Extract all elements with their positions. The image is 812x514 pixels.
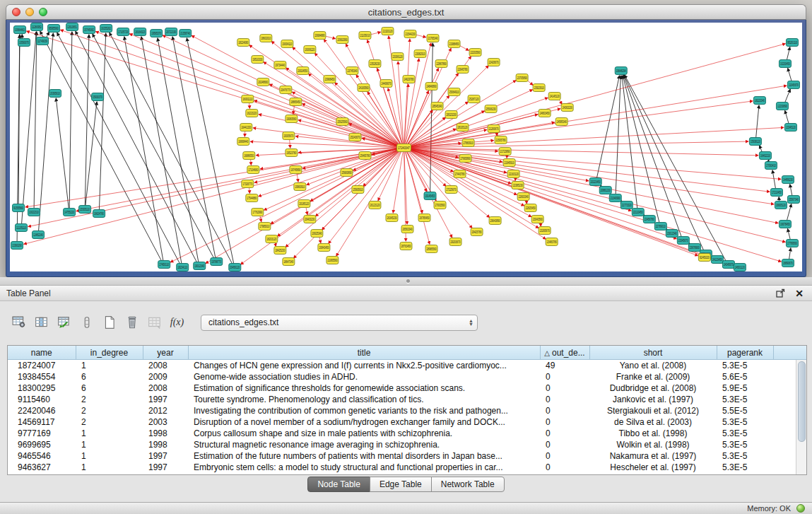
graph-node[interactable]: 19523780 (286, 149, 298, 157)
table-row[interactable]: 946554611997Estimation of the future num… (8, 450, 806, 462)
table-row[interactable]: 1456911722003Disruption of a novel membe… (8, 416, 806, 428)
graph-node[interactable]: 16678450 (779, 221, 791, 228)
graph-node[interactable]: 26563340 (401, 226, 413, 233)
graph-node[interactable]: 20625340 (311, 230, 323, 238)
graph-node[interactable]: 18890670 (782, 259, 794, 267)
table-vertical-scrollbar[interactable] (796, 360, 806, 474)
table-row[interactable]: 2242004622012Investigating the contribut… (8, 405, 806, 416)
panel-splitter[interactable] (0, 277, 812, 285)
graph-node[interactable]: 29425780 (471, 228, 483, 236)
graph-node[interactable]: 17105729 (117, 28, 129, 36)
graph-node[interactable]: 16223220 (246, 110, 258, 117)
graph-node[interactable]: 18234110 (177, 264, 189, 271)
graph-node[interactable]: 18602010 (260, 35, 272, 42)
graph-node[interactable]: 28545340 (431, 103, 443, 110)
graph-node[interactable]: 14755220 (64, 209, 76, 216)
tab-edge-table[interactable]: Edge Table (370, 477, 432, 492)
table-row[interactable]: 1830029562008Estimation of significance … (8, 382, 806, 394)
table-row[interactable]: 1872400712008Changes of HCN gene express… (8, 360, 806, 372)
graph-node[interactable]: 11749039 (37, 37, 49, 45)
graph-node[interactable]: 21065560 (326, 257, 339, 264)
graph-node[interactable]: 29643890 (489, 217, 501, 225)
graph-node[interactable]: 18164323 (134, 28, 146, 36)
graph-node[interactable]: 19734440 (274, 62, 286, 69)
graph-hub-node[interactable]: 17240347 (396, 144, 411, 152)
graph-node[interactable]: 28763450 (400, 243, 412, 250)
graph-node[interactable]: 20843450 (318, 244, 330, 252)
graph-node[interactable]: 20223450 (589, 178, 601, 186)
graph-node[interactable]: 22825450 (524, 204, 536, 212)
graph-node[interactable]: 21283670 (488, 125, 500, 133)
graph-node[interactable]: 28985560 (425, 245, 437, 253)
table-mode-icon[interactable] (10, 314, 28, 331)
graph-node[interactable]: 17450110 (158, 261, 170, 269)
graph-node[interactable]: 9520110 (786, 39, 798, 47)
graph-node[interactable]: 18223340 (753, 97, 765, 105)
graph-node[interactable]: 20248660 (257, 78, 269, 86)
graph-node[interactable]: 25287120 (468, 95, 480, 103)
graph-node[interactable]: 16001110 (242, 95, 254, 103)
graph-node[interactable]: 20684880 (314, 32, 326, 40)
graph-node[interactable]: 22789010 (654, 223, 666, 230)
edit-column-icon[interactable] (55, 314, 73, 331)
graph-node[interactable]: 21723890 (499, 148, 511, 156)
graph-node[interactable]: 21505780 (495, 136, 507, 144)
graph-node[interactable]: 9155560 (13, 204, 25, 212)
scrollbar-thumb[interactable] (798, 361, 806, 442)
graph-node[interactable]: 24123450 (711, 256, 723, 264)
rows-icon[interactable] (78, 314, 95, 331)
graph-node[interactable]: 15567340 (787, 196, 799, 204)
close-window-button[interactable] (12, 8, 20, 16)
graph-node[interactable]: 21773320 (620, 201, 632, 209)
column-header-in-degree[interactable]: in_degree (76, 346, 143, 360)
graph-node[interactable]: 24363230 (561, 104, 573, 112)
graph-node[interactable]: 24145120 (548, 93, 560, 100)
graph-node[interactable]: 24345670 (722, 261, 734, 269)
graph-node[interactable]: 15505110 (79, 206, 91, 214)
column-header-pagerank[interactable]: pagerank (717, 346, 773, 360)
graph-node[interactable]: 17326770 (242, 180, 254, 188)
graph-node[interactable]: 20902990 (336, 36, 348, 44)
table-row[interactable]: 946362711997Embryonic stem cells: a mode… (8, 462, 806, 473)
graph-node[interactable]: 27883910 (462, 139, 474, 147)
graph-node[interactable]: 24501120 (734, 264, 746, 271)
graph-node[interactable]: 23483780 (546, 238, 558, 246)
graph-node[interactable]: 22110450 (632, 209, 644, 216)
graph-node[interactable]: 18203120 (266, 235, 278, 243)
graph-node[interactable]: 10590070 (18, 39, 30, 47)
graph-node[interactable]: 21988450 (448, 40, 460, 48)
graph-node[interactable]: 26345230 (386, 214, 398, 222)
graph-node[interactable]: 11045670 (787, 81, 799, 89)
graph-node[interactable]: 24585340 (555, 118, 567, 126)
graph-node[interactable]: 14456230 (782, 176, 794, 184)
minimize-window-button[interactable] (25, 8, 34, 16)
graph-node[interactable]: 21340990 (609, 194, 621, 202)
function-builder-icon[interactable]: f(x) (168, 314, 186, 331)
graph-node[interactable]: 24629780 (403, 76, 415, 83)
graph-node[interactable]: 25683890 (341, 169, 353, 177)
graph-node[interactable]: 24406670 (380, 80, 392, 88)
graph-node[interactable]: 22456780 (643, 216, 655, 223)
graph-node[interactable]: 10964463 (14, 26, 26, 34)
graph-node[interactable]: 20024550 (297, 67, 309, 75)
graph-node[interactable]: 23923910 (533, 84, 545, 92)
graph-node[interactable]: 29203670 (449, 238, 461, 246)
graph-node[interactable]: 17762990 (252, 209, 264, 216)
graph-node[interactable]: 17544880 (246, 194, 258, 202)
table-row[interactable]: 969969511998Structural magnetic resonanc… (8, 439, 806, 450)
graph-node[interactable]: 18425230 (274, 247, 286, 255)
graph-node[interactable]: 22603340 (517, 193, 529, 201)
graph-node[interactable]: 10022310 (28, 209, 40, 216)
graph-node[interactable]: 24846890 (425, 83, 437, 90)
graph-node[interactable]: 11280952 (31, 23, 43, 31)
graph-node[interactable]: 17789560 (786, 240, 798, 247)
graph-node[interactable]: 25465780 (359, 152, 371, 160)
graph-node[interactable]: 17210450 (770, 189, 782, 197)
graph-node[interactable]: 21105010 (359, 32, 371, 40)
graph-node[interactable]: 26785450 (418, 214, 430, 222)
graph-node[interactable]: 9595560 (48, 25, 60, 33)
tab-network-table[interactable]: Network Table (431, 477, 505, 492)
graph-node[interactable]: 19788770 (211, 258, 223, 266)
graph-node[interactable]: 19745890 (290, 166, 302, 174)
graph-node[interactable]: 19306220 (304, 46, 316, 54)
